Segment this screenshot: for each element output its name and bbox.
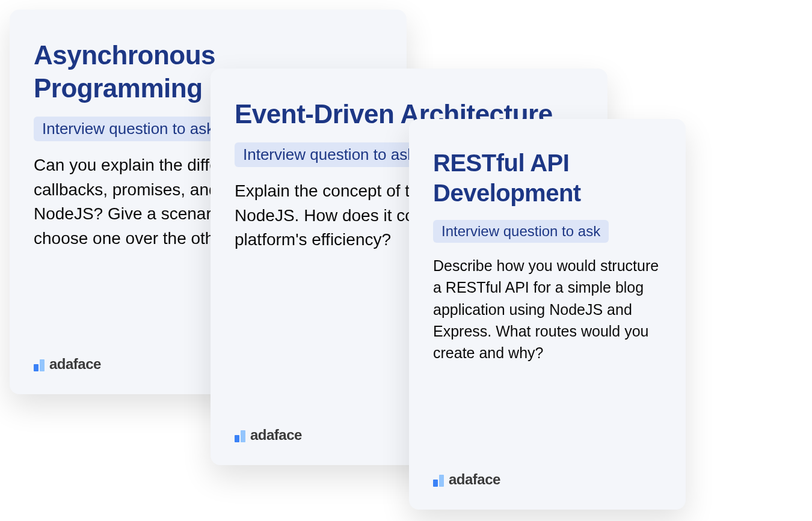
interview-question-tag: Interview question to ask: [235, 142, 423, 167]
card-body: Describe how you would structure a RESTf…: [433, 255, 662, 364]
bars-icon: [34, 357, 45, 371]
logo-text: adaface: [449, 471, 500, 488]
interview-question-tag: Interview question to ask: [34, 117, 223, 141]
card-restful-api-development: RESTful API Development Interview questi…: [409, 119, 686, 510]
bars-icon: [433, 472, 444, 487]
adaface-logo: adaface: [433, 471, 662, 488]
interview-question-tag: Interview question to ask: [433, 220, 609, 243]
logo-text: adaface: [49, 356, 101, 373]
bars-icon: [235, 428, 245, 442]
logo-text: adaface: [250, 427, 302, 443]
card-title: RESTful API Development: [433, 148, 662, 208]
